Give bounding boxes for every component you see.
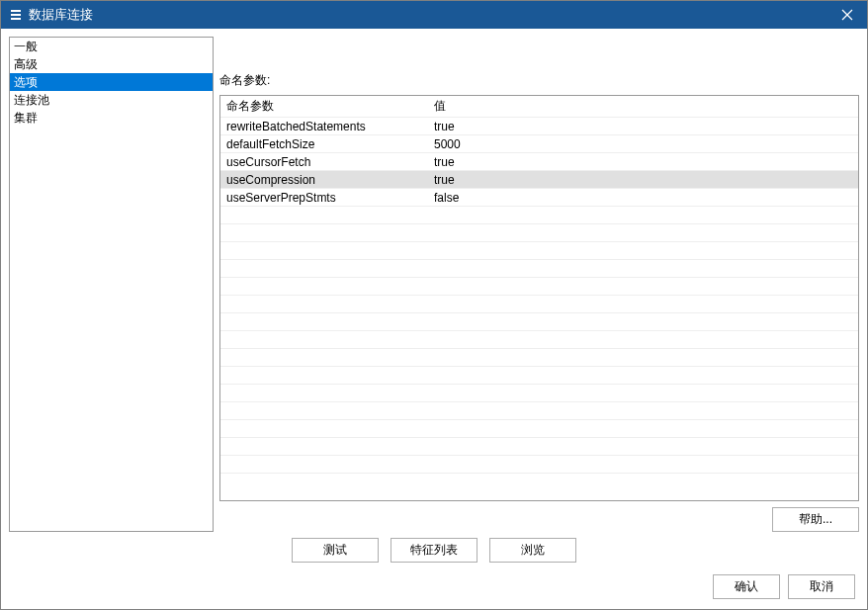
param-value-cell[interactable]: false <box>428 189 858 207</box>
svg-rect-0 <box>11 10 21 12</box>
param-value-cell[interactable] <box>428 296 858 313</box>
param-name-cell[interactable] <box>220 207 428 224</box>
param-name-cell[interactable] <box>220 278 428 296</box>
table-header: 命名参数 值 <box>220 96 858 118</box>
table-row[interactable] <box>220 420 858 438</box>
table-row[interactable] <box>220 438 858 456</box>
feature-list-button[interactable]: 特征列表 <box>391 538 477 563</box>
param-value-cell[interactable] <box>428 207 858 224</box>
param-name-cell[interactable]: rewriteBatchedStatements <box>220 118 428 135</box>
param-value-cell[interactable]: true <box>428 171 858 189</box>
sidebar: 一般高级选项连接池集群 <box>9 37 214 532</box>
sidebar-item[interactable]: 一般 <box>10 38 213 55</box>
table-row[interactable]: useServerPrepStmtsfalse <box>220 189 858 207</box>
sidebar-item[interactable]: 高级 <box>10 55 213 73</box>
param-value-cell[interactable] <box>428 331 858 349</box>
test-button[interactable]: 测试 <box>292 538 379 563</box>
param-name-cell[interactable]: defaultFetchSize <box>220 135 428 153</box>
param-value-cell[interactable]: 5000 <box>428 135 858 153</box>
ok-button[interactable]: 确认 <box>713 574 780 599</box>
table-row[interactable] <box>220 242 858 260</box>
param-name-cell[interactable] <box>220 367 428 385</box>
sidebar-item[interactable]: 选项 <box>10 73 213 91</box>
param-value-cell[interactable] <box>428 349 858 367</box>
param-value-cell[interactable] <box>428 456 858 474</box>
param-value-cell[interactable] <box>428 278 858 296</box>
param-value-cell[interactable] <box>428 385 858 402</box>
param-value-cell[interactable] <box>428 438 858 456</box>
param-name-cell[interactable] <box>220 402 428 420</box>
table-row[interactable] <box>220 260 858 278</box>
param-value-cell[interactable]: true <box>428 153 858 171</box>
param-value-cell[interactable] <box>428 260 858 278</box>
table-row[interactable] <box>220 207 858 224</box>
table-row[interactable]: useCompressiontrue <box>220 171 858 189</box>
table-row[interactable] <box>220 385 858 402</box>
param-name-cell[interactable] <box>220 242 428 260</box>
param-value-cell[interactable] <box>428 242 858 260</box>
column-header-name[interactable]: 命名参数 <box>220 96 428 118</box>
param-name-cell[interactable]: useCursorFetch <box>220 153 428 171</box>
param-name-cell[interactable] <box>220 438 428 456</box>
table-row[interactable] <box>220 313 858 331</box>
param-value-cell[interactable]: true <box>428 118 858 135</box>
column-header-value[interactable]: 值 <box>428 96 858 118</box>
table-row[interactable]: useCursorFetchtrue <box>220 153 858 171</box>
table-row[interactable]: defaultFetchSize5000 <box>220 135 858 153</box>
param-name-cell[interactable] <box>220 313 428 331</box>
right-pane: 命名参数: 命名参数 值 rewriteBatchedStatementstru… <box>219 37 859 532</box>
table-row[interactable] <box>220 224 858 242</box>
table-row[interactable] <box>220 456 858 474</box>
param-name-cell[interactable] <box>220 385 428 402</box>
sidebar-item[interactable]: 集群 <box>10 109 213 127</box>
svg-rect-2 <box>11 18 21 20</box>
table-row[interactable] <box>220 402 858 420</box>
table-row[interactable] <box>220 296 858 313</box>
content-row: 一般高级选项连接池集群 命名参数: 命名参数 值 rewriteBatchedS… <box>1 29 867 532</box>
param-name-cell[interactable]: useCompression <box>220 171 428 189</box>
footer-row: 确认 取消 <box>1 568 867 609</box>
param-name-cell[interactable]: useServerPrepStmts <box>220 189 428 207</box>
param-name-cell[interactable] <box>220 224 428 242</box>
close-button[interactable] <box>827 1 867 29</box>
param-value-cell[interactable] <box>428 420 858 438</box>
help-row: 帮助... <box>219 501 859 532</box>
main-area: 一般高级选项连接池集群 命名参数: 命名参数 值 rewriteBatchedS… <box>1 29 867 609</box>
table-row[interactable]: rewriteBatchedStatementstrue <box>220 118 858 135</box>
param-value-cell[interactable] <box>428 402 858 420</box>
title-bar: 数据库连接 <box>1 1 867 29</box>
params-table[interactable]: 命名参数 值 rewriteBatchedStatementstruedefau… <box>220 96 858 474</box>
param-name-cell[interactable] <box>220 331 428 349</box>
close-icon <box>841 9 853 21</box>
param-name-cell[interactable] <box>220 420 428 438</box>
param-value-cell[interactable] <box>428 313 858 331</box>
help-button[interactable]: 帮助... <box>772 507 859 532</box>
table-row[interactable] <box>220 349 858 367</box>
window-title: 数据库连接 <box>29 6 827 24</box>
params-table-container: 命名参数 值 rewriteBatchedStatementstruedefau… <box>219 95 859 501</box>
action-row: 测试 特征列表 浏览 <box>1 532 867 568</box>
section-label: 命名参数: <box>219 37 859 95</box>
param-name-cell[interactable] <box>220 260 428 278</box>
param-value-cell[interactable] <box>428 224 858 242</box>
sidebar-item[interactable]: 连接池 <box>10 91 213 109</box>
cancel-button[interactable]: 取消 <box>788 574 855 599</box>
table-row[interactable] <box>220 278 858 296</box>
table-row[interactable] <box>220 367 858 385</box>
param-name-cell[interactable] <box>220 349 428 367</box>
svg-rect-1 <box>11 14 21 16</box>
param-name-cell[interactable] <box>220 296 428 313</box>
table-row[interactable] <box>220 331 858 349</box>
app-icon <box>9 8 23 22</box>
param-value-cell[interactable] <box>428 367 858 385</box>
browse-button[interactable]: 浏览 <box>489 538 576 563</box>
param-name-cell[interactable] <box>220 456 428 474</box>
